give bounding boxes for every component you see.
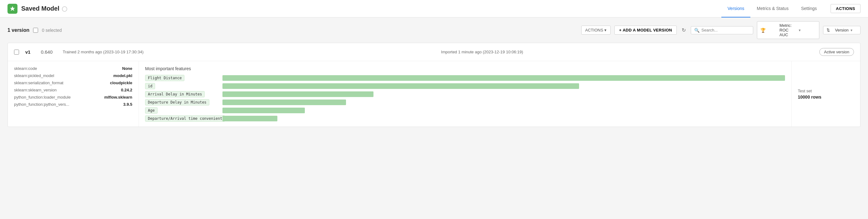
feature-label: Age — [145, 107, 220, 114]
model-card: v1 0.640 Trained 2 months ago (2023-10-1… — [7, 43, 861, 127]
feature-bars: Flight Distance id Arrival Delay in Minu… — [145, 75, 785, 122]
chevron-down-icon: ▾ — [604, 28, 607, 32]
param-key: python_function:loader_module — [14, 95, 70, 99]
version-count: 1 version — [7, 27, 29, 33]
actions-dropdown-button[interactable]: ACTIONS ▾ — [581, 26, 611, 35]
feature-label: Departure Delay in Minutes — [145, 99, 220, 105]
refresh-button[interactable]: ↻ — [681, 26, 687, 34]
feature-bar-container — [222, 75, 785, 81]
feature-row: Departure Delay in Minutes — [145, 99, 785, 105]
feature-row: Age — [145, 107, 785, 114]
param-row: sklearn:serialization_format cloudpickle — [14, 81, 132, 85]
feature-bar — [222, 116, 277, 121]
nav-item-metrics[interactable]: Metrics & Status — [750, 0, 795, 18]
metric-label: Metric: ROC AUC — [779, 23, 797, 37]
param-value: mlflow.sklearn — [104, 95, 132, 99]
param-value: cloudpickle — [110, 81, 132, 85]
model-imported: Imported 1 minute ago (2023-12-19 10:06:… — [441, 50, 813, 54]
sort-label: Version — [835, 28, 848, 32]
features-title: Most important features — [145, 66, 785, 71]
param-key: python_function:python_vers... — [14, 102, 69, 107]
refresh-icon: ↻ — [682, 27, 686, 33]
param-value: model.pkl — [113, 73, 132, 78]
trophy-icon: 🏆 — [761, 28, 777, 33]
feature-bar-container — [222, 99, 785, 105]
sort-icon: ⇅ — [827, 28, 833, 32]
feature-bar — [222, 99, 346, 105]
nav-item-settings[interactable]: Settings — [795, 0, 823, 18]
feature-label-text: Flight Distance — [145, 75, 184, 81]
feature-bar-container — [222, 107, 785, 113]
param-row: sklearn:sklearn_version 0.24.2 — [14, 88, 132, 92]
feature-label: Departure/Arrival time convenient — [145, 116, 220, 122]
param-row: python_function:python_vers... 3.9.5 — [14, 102, 132, 107]
search-input[interactable] — [702, 28, 750, 32]
model-params: sklearn:code None sklearn:pickled_model … — [8, 61, 139, 127]
logo — [7, 4, 18, 14]
param-value: 0.24.2 — [121, 88, 132, 92]
param-key: sklearn:code — [14, 66, 37, 71]
feature-row: Departure/Arrival time convenient — [145, 116, 785, 122]
param-key: sklearn:sklearn_version — [14, 88, 57, 92]
test-set-section: Test set 10000 rows — [792, 61, 860, 127]
selected-count: 0 selected — [42, 28, 62, 33]
feature-bar — [222, 107, 305, 113]
model-score: 0.640 — [41, 49, 57, 55]
header-nav: Versions Metrics & Status Settings — [721, 0, 823, 18]
param-key: sklearn:pickled_model — [14, 73, 54, 78]
sort-selector[interactable]: ⇅ Version ▾ — [823, 26, 861, 34]
nav-item-versions[interactable]: Versions — [721, 0, 751, 18]
actions-label: ACTIONS — [585, 28, 603, 32]
param-row: sklearn:code None — [14, 66, 132, 71]
model-trained: Trained 2 months ago (2023-10-19 17:30:3… — [63, 50, 435, 54]
metric-chevron-icon: ▾ — [799, 28, 816, 32]
model-checkbox[interactable] — [14, 50, 19, 55]
feature-label-text: Departure Delay in Minutes — [145, 99, 209, 105]
feature-bar-container — [222, 116, 785, 121]
param-row: python_function:loader_module mlflow.skl… — [14, 95, 132, 99]
param-row: sklearn:pickled_model model.pkl — [14, 73, 132, 78]
header-actions-button[interactable]: ACTIONS — [831, 4, 861, 13]
page-title: Saved Model — [21, 5, 59, 12]
active-version-badge: Active version — [819, 48, 854, 56]
feature-label-text: Age — [145, 107, 158, 114]
param-value: 3.9.5 — [123, 102, 132, 107]
feature-label: id — [145, 83, 220, 89]
feature-bar — [222, 75, 785, 81]
param-value: None — [122, 66, 133, 71]
param-key: sklearn:serialization_format — [14, 81, 63, 85]
history-icon[interactable]: ◯ — [62, 6, 67, 11]
feature-label-text: id — [145, 83, 155, 89]
add-model-version-button[interactable]: + ADD A MODEL VERSION — [614, 26, 677, 35]
feature-row: Flight Distance — [145, 75, 785, 81]
feature-label-text: Departure/Arrival time convenient — [145, 116, 225, 122]
main-content: v1 0.640 Trained 2 months ago (2023-10-1… — [0, 43, 868, 219]
search-container: 🔍 — [691, 26, 753, 34]
feature-bar-container — [222, 91, 785, 97]
model-card-header: v1 0.640 Trained 2 months ago (2023-10-1… — [8, 43, 860, 61]
test-set-label: Test set — [798, 89, 812, 93]
toolbar: 1 version 0 selected ACTIONS ▾ + ADD A M… — [0, 18, 868, 43]
model-version: v1 — [25, 49, 35, 55]
model-card-body: sklearn:code None sklearn:pickled_model … — [8, 61, 860, 127]
test-set-value: 10000 rows — [798, 95, 822, 99]
metric-selector[interactable]: 🏆 Metric: ROC AUC ▾ — [757, 21, 819, 39]
feature-label: Flight Distance — [145, 75, 220, 81]
feature-row: id — [145, 83, 785, 89]
sort-chevron-icon: ▾ — [850, 28, 857, 32]
feature-label-text: Arrival Delay in Minutes — [145, 91, 205, 97]
feature-label: Arrival Delay in Minutes — [145, 91, 220, 97]
feature-bar — [222, 91, 373, 97]
header: Saved Model ◯ Versions Metrics & Status … — [0, 0, 868, 18]
select-all-checkbox[interactable] — [33, 28, 38, 33]
feature-bar-container — [222, 83, 785, 89]
feature-row: Arrival Delay in Minutes — [145, 91, 785, 97]
features-section: Most important features Flight Distance … — [139, 61, 792, 127]
feature-bar — [222, 83, 579, 89]
search-icon: 🔍 — [694, 28, 700, 33]
